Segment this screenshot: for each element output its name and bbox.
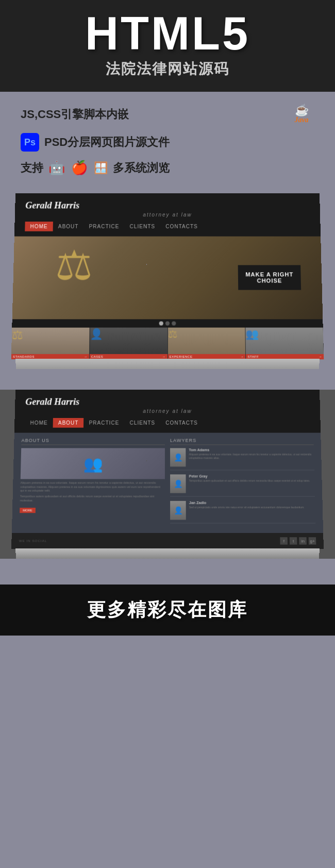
cta-text: MAKE A RIGHT CHOISE: [245, 271, 293, 283]
lawyer-photo-3: 👤: [170, 501, 186, 520]
team-photo: 👥: [21, 448, 165, 479]
windows-icon: 🪟: [94, 161, 108, 175]
carousel-dots: [12, 319, 323, 327]
service-item-4: 👥 STAFF →: [246, 328, 324, 360]
lawyer-info-3: Jan Zadlo Sed ut perspiciatis unde omnis…: [189, 501, 305, 520]
preview1-container: Gerald Harris attorney at law HOME ABOUT…: [0, 188, 335, 369]
social-icon-3[interactable]: in: [299, 537, 307, 544]
lawyer-name-1: Tom Adams: [189, 448, 314, 452]
preview1-shadow: [15, 359, 320, 369]
service-item-1: ⚖ STANDARDS →: [11, 328, 90, 360]
dot-2: [165, 321, 170, 325]
feature-row-3: 支持 🤖 🍎 🪟 多系统浏览: [21, 158, 314, 178]
logo-text-2: Gerald Harris: [25, 397, 310, 408]
nav-practice-1[interactable]: PRACTICE: [83, 222, 124, 231]
site-logo-1: Gerald Harris attorney at law: [25, 201, 310, 218]
feature-text-3-prefix: 支持: [21, 160, 43, 176]
scales-icon: ⚖: [55, 242, 93, 290]
footer-text: WE IN SOCIAL: [19, 539, 47, 542]
nav-practice-2[interactable]: PRACTICE: [83, 418, 124, 428]
about-text-1: Aliquam preterea in ea sua voluntate. It…: [20, 481, 165, 493]
dot-1: [159, 321, 163, 325]
about-content: ABOUT US 👥 Aliquam preterea in ea sua vo…: [12, 433, 323, 533]
bottom-banner: 更多精彩尽在图库: [0, 585, 335, 636]
lawyer-photo-2: 👤: [170, 474, 186, 493]
services-row: ⚖ STANDARDS → 👤 CASES → ⚖: [11, 328, 324, 360]
java-icon: ☕ Java: [289, 104, 314, 125]
main-title: HTML5: [15, 10, 320, 57]
java-label: Java: [294, 116, 308, 124]
lawyer-name-2: Peter Gray: [189, 474, 310, 478]
bottom-gap: [0, 559, 335, 585]
nav-contacts-2[interactable]: CONTACTS: [160, 418, 203, 428]
social-icon-4[interactable]: g+: [309, 537, 316, 544]
android-icon: 🤖: [48, 160, 65, 176]
nav-contacts-1[interactable]: CONTACTS: [160, 222, 203, 231]
lawyer-card-3: 👤 Jan Zadlo Sed ut perspiciatis unde omn…: [170, 501, 315, 524]
nav-clients-2[interactable]: CLIENTS: [124, 418, 160, 428]
feature-row-1: JS,CSS引擎脚本内嵌 ☕ Java: [21, 102, 314, 127]
preview2-outer: Gerald Harris attorney at law HOME ABOUT…: [0, 390, 335, 559]
feature-text-2: PSD分层网页图片源文件: [44, 135, 170, 150]
nav-home-2[interactable]: HOME: [25, 418, 53, 428]
about-us-title: ABOUT US: [21, 438, 165, 445]
logo-sub-1: attorney at law: [25, 212, 310, 218]
logo-sub-2: attorney at law: [25, 408, 310, 414]
lawyer-card-2: 👤 Peter Gray Temporibus autem quibusdam …: [170, 474, 315, 496]
lawyer-name-3: Jan Zadlo: [189, 501, 305, 505]
feature-text-1: JS,CSS引擎脚本内嵌: [21, 107, 129, 122]
logo-text-1: Gerald Harris: [25, 201, 310, 211]
nav-about-1[interactable]: ABOUT: [53, 222, 84, 231]
lawyers-title: LAWYERS: [170, 438, 314, 445]
lawyer-photo-1: 👤: [170, 448, 186, 466]
social-icons: f t in g+: [280, 537, 316, 544]
about-right: LAWYERS 👤 Tom Adams Aliquam preterea in …: [170, 438, 316, 528]
lawyer-info-1: Tom Adams Aliquam preterea in ea sua vol…: [189, 448, 314, 466]
website-preview-1: Gerald Harris attorney at law HOME ABOUT…: [11, 193, 324, 359]
hero-section: ⚖ MAKE A RIGHT CHOISE: [12, 237, 323, 320]
lawyer-desc-2: Temporibus autem quibusdam et aut offici…: [189, 479, 310, 482]
nav-about-2[interactable]: ABOUT: [53, 418, 84, 428]
website-preview-2: Gerald Harris attorney at law HOME ABOUT…: [11, 390, 324, 549]
subtitle: 法院法律网站源码: [15, 59, 320, 79]
social-icon-2[interactable]: t: [290, 537, 297, 544]
about-left: ABOUT US 👥 Aliquam preterea in ea sua vo…: [19, 438, 165, 528]
about-text-2: Temporibus autem quibusdam et aut offici…: [20, 495, 165, 503]
site-logo-2: Gerald Harris attorney at law: [25, 397, 310, 414]
more-button[interactable]: MORE: [20, 508, 36, 513]
feature-text-3-suffix: 多系统浏览: [113, 160, 170, 176]
lawyer-info-2: Peter Gray Temporibus autem quibusdam et…: [189, 474, 311, 493]
preview-gap: [0, 369, 335, 390]
bottom-banner-text: 更多精彩尽在图库: [15, 597, 320, 623]
lawyer-desc-3: Sed ut perspiciatis unde omnis iste natu…: [189, 506, 305, 509]
nav-clients-1[interactable]: CLIENTS: [124, 222, 160, 231]
dot-3: [172, 321, 176, 325]
system-icons: 🤖 🍎 🪟: [48, 160, 108, 176]
feature-row-2: Ps PSD分层网页图片源文件: [21, 131, 314, 154]
lawyer-desc-1: Aliquam preterea in ea sua voluntate. It…: [189, 453, 314, 459]
features-section: JS,CSS引擎脚本内嵌 ☕ Java Ps PSD分层网页图片源文件 支持 🤖…: [0, 92, 335, 188]
lawyer-card-1: 👤 Tom Adams Aliquam preterea in ea sua v…: [170, 448, 314, 470]
preview2-shadow: [15, 548, 320, 559]
nav-home-1[interactable]: HOME: [25, 222, 53, 231]
social-icon-1[interactable]: f: [280, 537, 288, 544]
apple-icon: 🍎: [71, 160, 88, 176]
site-nav-1[interactable]: HOME ABOUT PRACTICE CLIENTS CONTACTS: [25, 222, 310, 231]
hero-background: ⚖ MAKE A RIGHT CHOISE: [12, 237, 323, 320]
site-header-2: Gerald Harris attorney at law HOME ABOUT…: [14, 390, 321, 433]
service-item-2: 👤 CASES →: [90, 328, 168, 360]
cta-box: MAKE A RIGHT CHOISE: [238, 265, 301, 290]
header-section: HTML5 法院法律网站源码: [0, 0, 335, 92]
service-item-3: ⚖ EXPERIENCE →: [168, 328, 246, 360]
ps-icon: Ps: [21, 133, 39, 152]
site-header-1: Gerald Harris attorney at law HOME ABOUT…: [14, 193, 321, 237]
site-nav-2[interactable]: HOME ABOUT PRACTICE CLIENTS CONTACTS: [25, 418, 310, 428]
footer-bar: WE IN SOCIAL f t in g+: [11, 533, 324, 549]
